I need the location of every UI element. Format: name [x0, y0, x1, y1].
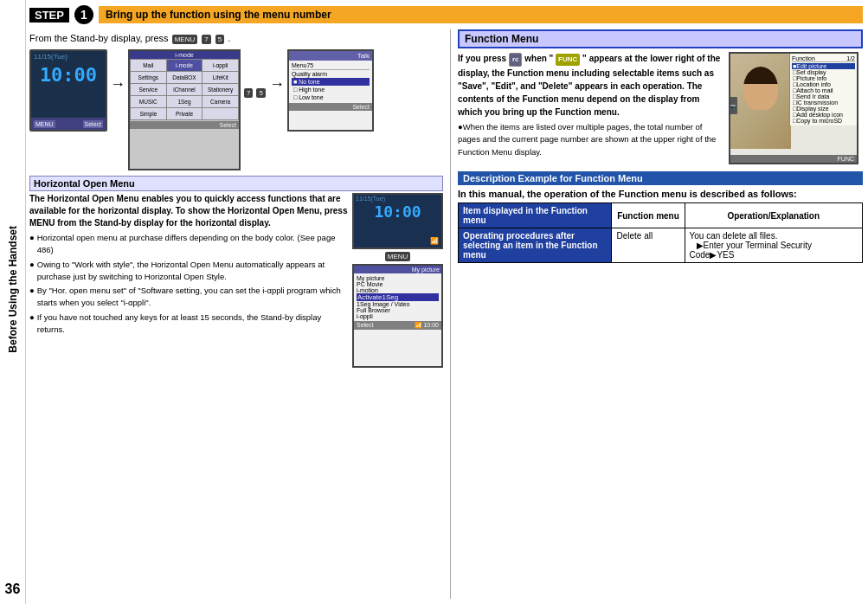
horizontal-bold-text: The Horizontal Open Menu enables you to …	[29, 193, 349, 229]
func-item-5: □Attach to mail	[792, 87, 855, 93]
quality-alarm-label: Quality alarm	[292, 71, 370, 77]
menu-item-private: Private	[167, 108, 203, 119]
menu-key-badge: MENU	[172, 35, 198, 44]
arrow2: →	[269, 75, 285, 93]
camera-btn-icon: 📷	[730, 103, 736, 109]
function-menu-text: If you press rc when " FUNC " appears at…	[458, 52, 725, 164]
func-header-right: 1/2	[846, 55, 855, 61]
menu-item-simple: Simple	[131, 108, 166, 119]
phone-displays-row: 11/15(Tue) 10:00 MENU Select → i-mode M	[29, 49, 443, 170]
horiz-item3: i-motion	[357, 287, 439, 293]
description-intro: In this manual, the operation of the Fun…	[458, 189, 863, 199]
table-row-2: Operating procedures after selecting an …	[459, 228, 863, 263]
menu-badge: MENU	[385, 252, 411, 261]
bullet1: ● Horizontal open menu at purchase diffe…	[29, 232, 349, 257]
instruction-text: From the Stand-by display, press MENU 7 …	[29, 33, 443, 44]
key5-indicator: 5	[256, 88, 265, 98]
tone-item-1: ■No tone	[292, 78, 370, 86]
tone-bullet2: □	[293, 87, 297, 93]
talk-select-bar: Select	[289, 103, 372, 111]
cell-delete-all: Delete all	[612, 228, 685, 263]
function-menu-content: If you press rc when " FUNC " appears at…	[458, 52, 863, 164]
rc-icon: rc	[509, 53, 523, 67]
func-bottom-right: FUNC	[838, 156, 854, 162]
description-section: Description Example for Function Menu In…	[458, 171, 863, 263]
menu-item-lifekit: LifeKit	[203, 72, 238, 83]
bullet2-dot: ●	[29, 259, 35, 284]
menu-grid: Mail i-mode i-αppli Settings DataBOX Lif…	[130, 59, 239, 120]
bullet1-dot: ●	[29, 232, 35, 257]
cell-operating-procedures: Operating procedures after selecting an …	[459, 228, 612, 263]
select-btn: Select	[83, 120, 103, 128]
horiz-item2: PC Movie	[357, 281, 439, 287]
horiz-item5: 1Seg Image / Video	[357, 301, 439, 307]
cell-header-function: Function menu	[612, 203, 685, 228]
tone-item-3: □Low tone	[292, 93, 370, 101]
menu-item-databox: DataBOX	[167, 72, 203, 83]
func-item-6: □Send Ir data	[792, 93, 855, 100]
step-title: Bring up the function using the menu num…	[99, 6, 863, 23]
menu-item-blank	[203, 108, 238, 119]
horiz-bottom-bar: Select 📶 10:00	[354, 321, 441, 330]
menu-item-mail: Mail	[131, 60, 166, 71]
key-indicators: 7 5	[243, 88, 267, 98]
horizontal-bullets: ● Horizontal open menu at purchase diffe…	[29, 232, 349, 336]
menu-item-ichannel: iChannel	[167, 84, 203, 95]
standby-time: 10:00	[31, 64, 106, 86]
cell-item-displayed: Item displayed in the Function menu	[459, 203, 612, 228]
bullet3: ● By "Hor. open menu set" of "Software s…	[29, 285, 349, 310]
bullet2: ● Owing to "Work with style", the Horizo…	[29, 259, 349, 284]
horizontal-menu-header: Horizontal Open Menu	[29, 176, 443, 191]
tone-bullet3: □	[293, 94, 297, 100]
menu-item-stationery: Stationery	[203, 84, 238, 95]
description-table: Item displayed in the Function menu Func…	[458, 202, 863, 263]
operation-detail: ▶Enter your Terminal Security Code▶YES	[690, 241, 812, 260]
func-screen-bottom: FUNC	[730, 155, 857, 163]
column-divider	[450, 29, 451, 599]
horiz-select: Select	[357, 322, 373, 329]
person-hair	[743, 67, 778, 84]
func-item-9: □Add desktop icon	[792, 112, 855, 118]
function-menu-overlay: Function 1/2 ■Edit picture □Set display …	[789, 54, 857, 125]
menu-item-imode: i-mode	[167, 60, 203, 71]
operation-main: You can delete all files.	[690, 231, 778, 241]
function-screen: 📷 Function 1/2 ■Edit picture □Set displa…	[729, 52, 858, 164]
description-header: Description Example for Function Menu	[458, 171, 863, 185]
func-item-3: □Picture info	[792, 75, 855, 81]
func-header-left: Function	[792, 55, 815, 61]
menu-item-service: Service	[131, 84, 166, 95]
func-item-1-selected: ■Edit picture	[792, 63, 855, 69]
bullet3-dot: ●	[29, 285, 35, 310]
key5-badge: 5	[215, 35, 224, 44]
menu-item-music: MUSIC	[131, 96, 166, 107]
right-column: Function Menu If you press rc when " FUN…	[458, 29, 863, 599]
talk-header: Talk	[289, 51, 372, 61]
person-photo	[730, 54, 791, 149]
horiz-signal: 📶	[430, 237, 439, 245]
cell-operation-text: You can delete all files. ▶Enter your Te…	[685, 228, 863, 263]
bullet1-text: Horizontal open menu at purchase differs…	[37, 232, 349, 257]
menu-screen-header: i-mode	[130, 51, 239, 59]
talk-content: Menu75 Quality alarm ■No tone □High tone…	[289, 61, 372, 103]
cell-header-operation: Operation/Explanation	[685, 203, 863, 228]
step-label: STEP	[29, 8, 69, 22]
function-menu-header: Function Menu	[458, 29, 863, 48]
instruction-prefix: From the Stand-by display, press	[29, 33, 169, 43]
horiz-date: 11/15(Tue)	[354, 195, 441, 202]
key7-badge: 7	[202, 35, 210, 44]
bullet4-text: If you have not touched any keys for at …	[37, 312, 349, 337]
func-item-2: □Set display	[792, 69, 855, 75]
tone-item-2: □High tone	[292, 86, 370, 93]
person-head	[743, 67, 778, 110]
func-header-row: Function 1/2	[792, 55, 855, 62]
table-row-1: Item displayed in the Function menu Func…	[459, 203, 863, 228]
menu-item-camera: Camera	[203, 96, 238, 107]
horizontal-standby-screen: 11/15(Tue) 10:00 📶	[352, 193, 443, 249]
bullet4-dot: ●	[29, 312, 35, 337]
menu-item-1seg: 1Seg	[167, 96, 203, 107]
step-circle: 1	[74, 5, 93, 24]
tone-check: ■	[293, 79, 297, 85]
func-item-10: □Copy to microSD	[792, 118, 855, 124]
horiz-menu-items: My picture PC Movie i-motion Activate1Se…	[354, 273, 441, 321]
horizontal-text-area: The Horizontal Open Menu enables you to …	[29, 193, 349, 599]
